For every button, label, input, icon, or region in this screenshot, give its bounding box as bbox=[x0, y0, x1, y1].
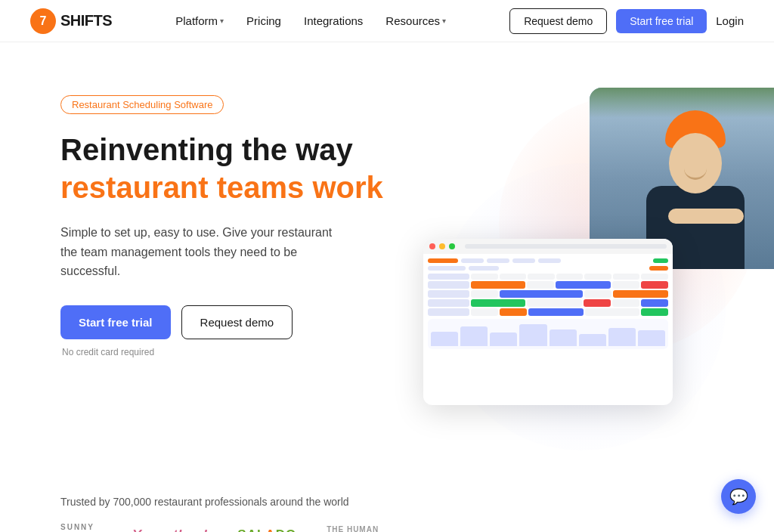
trusted-label: Trusted by 700,000 restaurant profession… bbox=[60, 496, 714, 508]
hero-section: Restaurant Scheduling Software Reinventi… bbox=[0, 42, 774, 481]
brand-logos: SUNNY BEAN Yogurtland SALADO THE HUMAN e… bbox=[60, 523, 714, 532]
chart-bar-6 bbox=[579, 334, 606, 346]
chart-bar-3 bbox=[490, 332, 517, 346]
nav-platform[interactable]: Platform ▾ bbox=[166, 8, 233, 33]
app-content bbox=[423, 254, 673, 354]
brand-yogurtland: Yogurtland bbox=[132, 527, 207, 533]
app-chart-area bbox=[428, 319, 668, 349]
hero-title-line1: Reinventing the way bbox=[60, 132, 423, 167]
request-demo-nav-button[interactable]: Request demo bbox=[509, 8, 607, 34]
app-nav-btn bbox=[653, 258, 668, 263]
app-data-row-4 bbox=[428, 308, 668, 316]
app-nav-row bbox=[428, 258, 668, 263]
request-demo-hero-button[interactable]: Request demo bbox=[181, 305, 293, 339]
chevron-down-icon: ▾ bbox=[220, 17, 224, 25]
app-schedule-header bbox=[428, 274, 668, 280]
chart-bar-4 bbox=[519, 324, 546, 346]
app-screenshot-mockup bbox=[423, 239, 673, 405]
login-button[interactable]: Login bbox=[716, 14, 744, 27]
hero-images bbox=[423, 88, 774, 405]
chart-bar-5 bbox=[550, 329, 577, 346]
brand-sunny-bean: SUNNY BEAN bbox=[60, 523, 102, 532]
hero-left: Restaurant Scheduling Software Reinventi… bbox=[60, 88, 423, 357]
app-nav-item1 bbox=[461, 258, 484, 263]
start-trial-hero-button[interactable]: Start free trial bbox=[60, 305, 171, 339]
app-nav-brand bbox=[428, 258, 458, 263]
start-trial-nav-button[interactable]: Start free trial bbox=[616, 9, 707, 33]
hero-badge: Restaurant Scheduling Software bbox=[60, 95, 224, 114]
chat-bubble-button[interactable]: 💬 bbox=[721, 479, 756, 514]
nav-links: Platform ▾ Pricing Integrations Resource… bbox=[166, 8, 455, 33]
app-filter-row bbox=[428, 266, 668, 271]
brand-human-bean: THE HUMAN eBEAN bbox=[327, 525, 379, 533]
nav-resources[interactable]: Resources ▾ bbox=[376, 8, 455, 33]
app-data-row-2 bbox=[428, 290, 668, 298]
chat-icon: 💬 bbox=[729, 487, 748, 506]
app-url-bar bbox=[465, 244, 667, 249]
nav-pricing[interactable]: Pricing bbox=[237, 8, 290, 33]
logo-text: SHIFTS bbox=[60, 12, 112, 29]
chart-bar-1 bbox=[431, 332, 458, 346]
app-data-row-1 bbox=[428, 281, 668, 289]
hero-right bbox=[423, 88, 774, 405]
app-data-row-3 bbox=[428, 299, 668, 307]
hero-buttons: Start free trial Request demo bbox=[60, 305, 423, 339]
person-arm bbox=[668, 209, 744, 224]
window-dot-yellow bbox=[439, 243, 445, 249]
app-filter2 bbox=[469, 266, 499, 271]
trusted-section: Trusted by 700,000 restaurant profession… bbox=[0, 481, 774, 532]
window-dot-red bbox=[429, 243, 435, 249]
chart-bar-7 bbox=[608, 328, 636, 346]
nav-integrations[interactable]: Integrations bbox=[295, 8, 372, 33]
brand-salado: SALADO bbox=[237, 527, 296, 532]
app-window-header bbox=[423, 239, 673, 254]
navigation: 7 SHIFTS Platform ▾ Pricing Integrations… bbox=[0, 0, 774, 42]
nav-actions: Request demo Start free trial Login bbox=[509, 8, 744, 34]
app-nav-item4 bbox=[538, 258, 561, 263]
no-credit-card-label: No credit card required bbox=[62, 347, 423, 357]
app-nav-item3 bbox=[512, 258, 535, 263]
chart-bar-8 bbox=[638, 330, 665, 346]
person-face bbox=[669, 133, 722, 193]
hero-description: Simple to set up, easy to use. Give your… bbox=[60, 223, 340, 281]
chevron-down-icon: ▾ bbox=[442, 17, 446, 25]
hero-title-line2: restaurant teams work bbox=[60, 170, 423, 205]
chart-bar-2 bbox=[460, 326, 488, 346]
app-nav-item2 bbox=[487, 258, 509, 263]
logo-icon: 7 bbox=[30, 8, 56, 34]
app-filter1 bbox=[428, 266, 466, 271]
logo-link[interactable]: 7 SHIFTS bbox=[30, 8, 112, 34]
app-filter-btn bbox=[649, 266, 668, 271]
window-dot-green bbox=[449, 243, 455, 249]
